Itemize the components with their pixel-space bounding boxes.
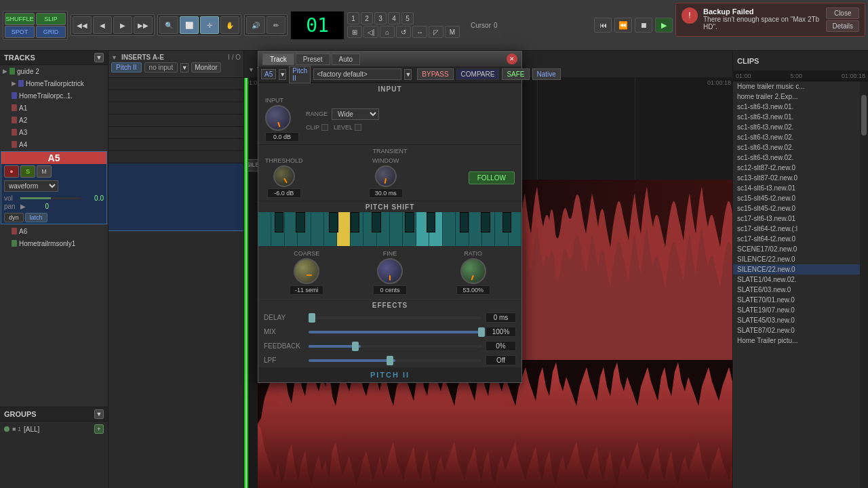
clip-item-8[interactable]: sc12-slt87-t2.new.0 — [733, 163, 860, 173]
fine-knob[interactable] — [377, 258, 403, 284]
step-fwd-button[interactable]: ▶ — [113, 16, 132, 34]
tab-auto[interactable]: Auto — [332, 54, 361, 65]
clip-item-3[interactable]: sc1-slt6-t3.new.01. — [733, 112, 860, 122]
grid-button[interactable]: GRID — [36, 26, 66, 38]
select-all-btn[interactable]: ⊞ — [347, 26, 362, 38]
feedback-slider[interactable] — [309, 345, 481, 348]
pitch-insert-btn[interactable]: Pitch II — [111, 62, 142, 73]
track-item-a2[interactable]: A2 — [0, 114, 108, 126]
waveform-select[interactable]: waveform — [4, 180, 58, 192]
clip-item-17[interactable]: SILENCE/22.new.0 — [733, 254, 860, 264]
clip-item-2[interactable]: sc1-slt6-t3.new.01. — [733, 102, 860, 112]
fade-btn[interactable]: ◸ — [429, 26, 443, 38]
delay-slider[interactable] — [309, 317, 481, 319]
clip-item-20[interactable]: SLATE6/03.new.0 — [733, 285, 860, 295]
input-knob[interactable] — [265, 105, 291, 131]
clip-item-19[interactable]: SLATE1/04.new.02. — [733, 274, 860, 285]
clips-scrollbar[interactable] — [860, 81, 868, 488]
clip-item-9[interactable]: sc13-slt87-02.new.0 — [733, 173, 860, 183]
notif-details-btn[interactable]: Details — [826, 20, 859, 32]
trim-btn[interactable]: ⬜ — [180, 16, 199, 34]
slip-button[interactable]: SLIP — [36, 13, 66, 25]
hand-btn[interactable]: ✋ — [220, 16, 239, 34]
clip-item-4[interactable]: sc1-slt6-t3.new.02. — [733, 122, 860, 132]
track-item-hometrailorpc[interactable]: HomeTrailorpc..1. — [0, 89, 108, 102]
track-item-hometrailorpictrick[interactable]: ▶ HomeTrailorpictrick — [0, 77, 108, 89]
record-arm-btn[interactable]: ● — [4, 165, 19, 178]
back-button[interactable]: ◀◀ — [73, 16, 92, 34]
trim-start-btn[interactable]: ◁| — [363, 26, 378, 38]
loop-btn[interactable]: ↺ — [396, 26, 411, 38]
add-group-btn[interactable]: + — [94, 424, 104, 434]
stop-button[interactable]: ⏹ — [635, 18, 652, 33]
collapse-arrow[interactable]: ▼ — [111, 54, 117, 61]
monitor-btn[interactable]: Monitor — [191, 62, 220, 73]
preset-arrow-btn[interactable]: ▼ — [279, 69, 286, 80]
play-button[interactable]: ▶ — [655, 18, 673, 33]
clips-scrollbar-thumb[interactable] — [861, 95, 867, 136]
range-select[interactable]: Wide — [332, 108, 379, 120]
clip-item-23[interactable]: SLATE45/03.new.0 — [733, 315, 860, 325]
clip-item-24[interactable]: SLATE87/02.new.0 — [733, 325, 860, 336]
pitch-keyboard[interactable] — [258, 212, 521, 246]
clip-item-18[interactable]: SILENCE/22.new.0 — [733, 264, 860, 274]
tab-track[interactable]: Track — [262, 54, 294, 65]
track-item-a3[interactable]: A3 — [0, 126, 108, 138]
clip-item-12[interactable]: sc15-slt45-t2.new.0 — [733, 203, 860, 214]
num-4[interactable]: 4 — [388, 12, 400, 24]
dyn-btn[interactable]: dyn — [4, 213, 24, 222]
rewind-button[interactable]: ⏪ — [614, 18, 632, 33]
threshold-knob[interactable] — [273, 165, 295, 187]
nudge-btn[interactable]: ↔ — [412, 26, 427, 38]
compare-btn[interactable]: COMPARE — [456, 68, 500, 80]
bypass-btn[interactable]: BYPASS — [417, 68, 453, 80]
track-item-hometrailrmsonly1[interactable]: Hometrailrmsonly1 — [0, 237, 108, 249]
track-item-guide2[interactable]: ▶ guide 2 — [0, 65, 108, 77]
window-knob[interactable] — [375, 165, 397, 187]
num-1[interactable]: 1 — [347, 12, 359, 24]
track-item-a4[interactable]: A4 — [0, 138, 108, 150]
preset-save-btn[interactable]: ▼ — [404, 69, 412, 80]
step-back-button[interactable]: ◀ — [93, 16, 112, 34]
clip-item-10[interactable]: sc14-slt6-t3.new.01 — [733, 183, 860, 193]
num-2[interactable]: 2 — [361, 12, 373, 24]
zoom-btn[interactable]: 🔍 — [159, 16, 178, 34]
mix-thumb[interactable] — [478, 327, 485, 337]
clip-item-21[interactable]: SLATE70/01.new.0 — [733, 295, 860, 305]
select-btn[interactable]: ✛ — [200, 16, 219, 34]
groups-collapse-btn[interactable]: ▼ — [94, 409, 104, 419]
clip-item-11[interactable]: sc15-slt45-t2.new.0 — [733, 193, 860, 203]
num-3[interactable]: 3 — [374, 12, 387, 24]
mute-btn[interactable]: M — [445, 26, 460, 38]
notif-close-btn[interactable]: Close — [826, 7, 859, 19]
mix-slider[interactable] — [309, 331, 481, 333]
clip-item-25[interactable]: Home Trailer pictu... — [733, 336, 860, 346]
track-item-a6[interactable]: A6 — [0, 225, 108, 237]
clip-item-7[interactable]: sc1-slt6-t3.new.02. — [733, 152, 860, 163]
clip-item-15[interactable]: sc17-slt64-t2.new.0 — [733, 234, 860, 244]
ratio-knob[interactable] — [460, 258, 486, 284]
coarse-knob[interactable] — [294, 258, 319, 284]
no-input-btn[interactable]: no input — [144, 62, 178, 73]
lpf-slider[interactable] — [309, 359, 481, 362]
heal-btn[interactable]: ⌂ — [380, 26, 395, 38]
latch-btn[interactable]: latch — [25, 213, 47, 222]
num-5[interactable]: 5 — [401, 12, 414, 24]
insert-expand-btn[interactable]: ▼ — [180, 63, 189, 73]
preset-name-input[interactable] — [313, 68, 401, 80]
clip-item-16[interactable]: SCENE17/02.new.0 — [733, 244, 860, 254]
safe-btn[interactable]: SAFE — [502, 68, 529, 80]
follow-btn[interactable]: FOLLOW — [469, 171, 515, 184]
pencil-btn[interactable]: ✏ — [267, 16, 285, 34]
native-btn[interactable]: Native — [532, 68, 561, 80]
clip-item-22[interactable]: SLATE19/07.new.0 — [733, 305, 860, 315]
clip-item-14[interactable]: sc17-slt64-t2.new.(:l — [733, 224, 860, 234]
speaker-btn[interactable]: 🔊 — [246, 16, 265, 34]
plugin-close-btn[interactable]: ✕ — [507, 54, 517, 64]
clip-item-5[interactable]: sc1-slt6-t3.new.02. — [733, 132, 860, 142]
feedback-thumb[interactable] — [352, 342, 359, 351]
clip-item-13[interactable]: sc17-slt6-t3.new.01 — [733, 214, 860, 224]
clip-item-0[interactable]: Home trailer music c... — [733, 81, 860, 92]
active-track-a5[interactable]: A5 ● S M waveform vol — [1, 151, 107, 224]
clip-item-1[interactable]: home trailer 2.Exp... — [733, 92, 860, 102]
